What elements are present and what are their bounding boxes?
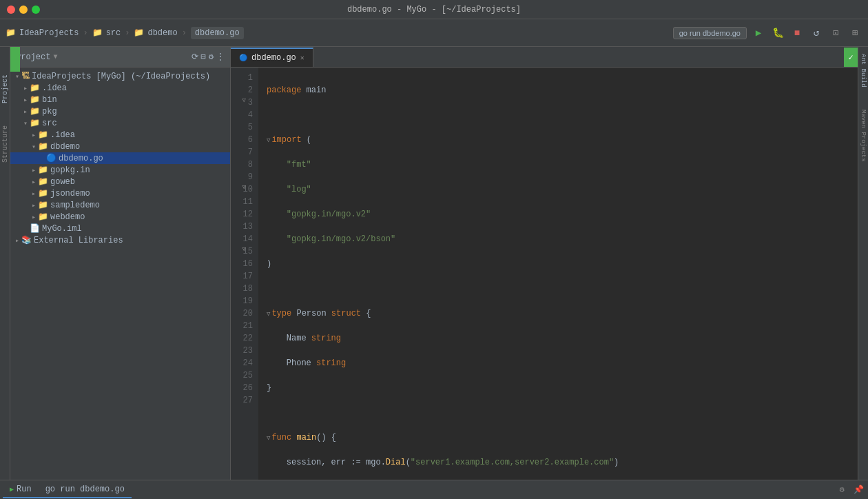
coverage-button[interactable]: ⊡	[828, 26, 843, 41]
tab-close-button[interactable]: ✕	[300, 54, 304, 62]
settings-icon[interactable]: ⚙	[209, 52, 214, 62]
tree-item-src-idea[interactable]: ▸ 📁 .idea	[10, 129, 230, 141]
collapse-icon[interactable]: ⊟	[201, 52, 206, 62]
project-tree: ▾ 🏗 IdeaProjects [MyGo] (~/IdeaProjects)…	[10, 68, 230, 480]
project-dropdown-arrow[interactable]: ▼	[53, 53, 57, 61]
window-title: dbdemo.go - MyGo - [~/IdeaProjects]	[347, 5, 521, 14]
tree-item-sampledemo[interactable]: ▸ 📁 sampledemo	[10, 199, 230, 211]
sidebar-tab-structure[interactable]: Structure	[0, 121, 10, 167]
main-layout: Project Structure Project ▼ ⟳ ⊟ ⚙ ⋮ ▾	[0, 47, 868, 480]
stop-button[interactable]: ■	[789, 26, 805, 41]
bottom-tab-run[interactable]: ▶ Run	[3, 482, 39, 498]
tree-item-webdemo[interactable]: ▸ 📁 webdemo	[10, 211, 230, 223]
pin-icon[interactable]: 📌	[851, 483, 865, 497]
tab-dbdemo-go[interactable]: 🔵 dbdemo.go ✕	[231, 48, 313, 67]
right-tab-ant[interactable]: Ant Build	[858, 50, 868, 92]
project-header-icons: ⟳ ⊟ ⚙ ⋮	[192, 52, 225, 62]
tree-item-goweb[interactable]: ▸ 📁 goweb	[10, 176, 230, 187]
tree-item-pkg[interactable]: ▸ 📁 pkg	[10, 105, 230, 117]
close-button[interactable]	[7, 6, 15, 14]
project-panel: Project ▼ ⟳ ⊟ ⚙ ⋮ ▾ 🏗 IdeaProjects [MyGo…	[10, 47, 231, 480]
line-numbers: 1 2 ▽3 4 5 6 7 8 9 ▽10 11 12 13 14 ▽15 1…	[231, 68, 258, 480]
breadcrumb-file[interactable]: dbdemo.go	[191, 27, 244, 39]
file-status-indicator: ✓	[844, 48, 858, 67]
tree-item-jsondemo[interactable]: ▸ 📁 jsondemo	[10, 187, 230, 199]
minimize-button[interactable]	[19, 6, 28, 14]
sidebar-tab-project[interactable]: Project	[0, 70, 10, 108]
bottom-toolbar-right: ⚙ 📌	[835, 483, 865, 497]
tree-item-bin[interactable]: ▸ 📁 bin	[10, 94, 230, 105]
rerun-button[interactable]: ↺	[809, 26, 824, 41]
left-sidebar: Project Structure	[0, 47, 10, 480]
bottom-tabs: ▶ Run go run dbdemo.go ⚙ 📌	[0, 480, 868, 499]
code-content[interactable]: package main ▽import ( "fmt" "log" "gopk…	[258, 68, 858, 480]
title-bar: dbdemo.go - MyGo - [~/IdeaProjects]	[0, 0, 868, 19]
bottom-panel: ▶ Run go run dbdemo.go ⚙ 📌 ▶ ↑ ■ ↓ ⏸ ⇔ ☰…	[0, 480, 868, 499]
debug-button[interactable]: 🐛	[770, 26, 785, 41]
tree-item-gopkg[interactable]: ▸ 📁 gopkg.in	[10, 164, 230, 176]
sync-icon[interactable]: ⟳	[192, 52, 198, 62]
project-header: Project ▼ ⟳ ⊟ ⚙ ⋮	[10, 47, 230, 68]
toolbar-right: go run dbdemo.go ▶ 🐛 ■ ↺ ⊡ ⊞	[673, 26, 862, 41]
maximize-button[interactable]	[32, 6, 40, 14]
right-sidebar: Ant Build Maven Projects	[858, 47, 868, 480]
window-controls	[7, 6, 40, 14]
tree-item-dbdemo[interactable]: ▾ 📁 dbdemo	[10, 141, 230, 152]
bottom-tab-run-config[interactable]: go run dbdemo.go	[39, 482, 132, 498]
code-editor[interactable]: 1 2 ▽3 4 5 6 7 8 9 ▽10 11 12 13 14 ▽15 1…	[231, 68, 858, 480]
breadcrumb-src[interactable]: 📁 src	[92, 28, 121, 38]
breadcrumb-ideaprojects[interactable]: 📁 IdeaProjects	[6, 28, 79, 38]
editor-tabs: 🔵 dbdemo.go ✕ ✓	[231, 47, 858, 68]
right-tab-maven[interactable]: Maven Projects	[858, 105, 868, 166]
project-header-label: Project	[16, 52, 50, 62]
tree-item-mygo-iml[interactable]: ▸ 📄 MyGo.iml	[10, 223, 230, 234]
breadcrumb-dbdemo[interactable]: 📁 dbdemo	[134, 28, 177, 38]
run-button[interactable]: ▶	[751, 26, 766, 41]
tree-item-src[interactable]: ▾ 📁 src	[10, 117, 230, 129]
settings-icon[interactable]: ⚙	[835, 483, 849, 497]
tree-item-dbdemo-go[interactable]: ▸ 🔵 dbdemo.go	[10, 152, 230, 164]
layout-button[interactable]: ⊞	[847, 26, 862, 41]
gear-icon[interactable]: ⋮	[216, 52, 225, 62]
run-tab-icon: ▶	[10, 485, 14, 493]
tree-item-idea[interactable]: ▸ 📁 .idea	[10, 82, 230, 94]
editor-area: 🔵 dbdemo.go ✕ ✓ 1 2 ▽3 4 5 6 7 8	[231, 47, 858, 480]
tree-item-root[interactable]: ▾ 🏗 IdeaProjects [MyGo] (~/IdeaProjects)	[10, 70, 230, 82]
run-config-selector[interactable]: go run dbdemo.go	[673, 27, 747, 39]
tree-item-external[interactable]: ▸ 📚 External Libraries	[10, 234, 230, 246]
toolbar: 📁 IdeaProjects › 📁 src › 📁 dbdemo › dbde…	[0, 19, 868, 47]
